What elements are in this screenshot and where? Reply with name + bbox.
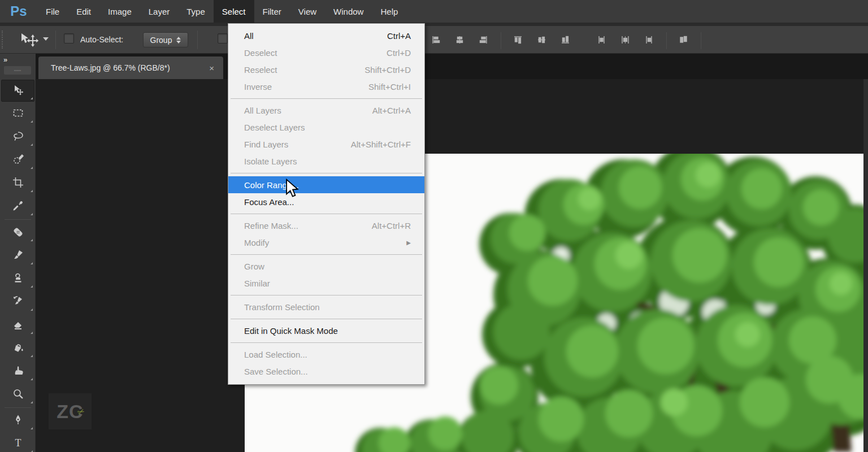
align-bottom-edges-icon (561, 35, 570, 47)
pen-tool-button[interactable] (0, 409, 36, 432)
distribute-right-edges-button[interactable] (640, 33, 657, 49)
tool-preset-caret-icon[interactable] (43, 37, 49, 41)
clone-stamp-tool-icon (12, 272, 24, 286)
menu-item-shortcut: Shift+Ctrl+I (368, 82, 411, 92)
menu-item-label: Isolate Layers (244, 157, 297, 166)
align-bottom-edges-button[interactable] (557, 33, 574, 49)
menu-item-all[interactable]: AllCtrl+A (228, 27, 424, 44)
menu-item-grow: Grow (228, 258, 424, 275)
menu-item-label: Load Selection... (244, 350, 307, 359)
eraser-tool-icon (12, 318, 24, 333)
distribute-left-edges-button[interactable] (593, 33, 610, 49)
options-bar: Auto-Select: Group (0, 23, 868, 54)
menu-item-load-selection: Load Selection... (228, 346, 424, 363)
eyedropper-tool-icon (12, 199, 24, 214)
menu-item-label: Inverse (244, 82, 272, 92)
type-tool-button[interactable]: T (0, 432, 36, 452)
smudge-tool-button[interactable] (0, 360, 36, 383)
align-left-edges-icon (431, 35, 441, 47)
brush-tool-button[interactable] (0, 244, 36, 267)
menubar-item-image[interactable]: Image (99, 0, 140, 23)
updown-caret-icon (176, 37, 181, 44)
menu-separator (228, 315, 424, 322)
clone-stamp-tool-button[interactable] (0, 267, 36, 290)
distribute-horizontal-centers-button[interactable] (617, 33, 633, 49)
menubar-item-help[interactable]: Help (372, 0, 406, 23)
menu-separator (228, 339, 424, 346)
quick-selection-tool-button[interactable] (0, 149, 36, 172)
menu-item-shortcut: Alt+Ctrl+R (372, 221, 411, 231)
menu-separator (228, 210, 424, 217)
brush-tool-icon (12, 249, 24, 263)
menu-separator (228, 169, 424, 176)
crop-tool-button[interactable] (0, 172, 36, 195)
crop-tool-icon (12, 176, 24, 191)
menu-item-all-layers: All LayersAlt+Ctrl+A (228, 102, 424, 119)
menu-item-save-selection: Save Selection... (228, 363, 424, 380)
show-transform-controls-checkbox[interactable] (218, 33, 228, 44)
alignment-buttons (427, 32, 709, 50)
menu-item-label: Reselect (244, 65, 277, 75)
eyedropper-tool-button[interactable] (0, 195, 36, 218)
lasso-tool-icon (12, 130, 24, 145)
align-top-edges-button[interactable] (509, 33, 526, 49)
menu-item-modify: Modify▶ (228, 234, 424, 251)
spot-healing-brush-tool-button[interactable] (0, 221, 36, 244)
menubar-item-window[interactable]: Window (325, 0, 372, 23)
menu-item-deselect: DeselectCtrl+D (228, 44, 424, 61)
menu-item-isolate-layers: Isolate Layers (228, 153, 424, 169)
select-dropdown-menu: AllCtrl+ADeselectCtrl+DReselectShift+Ctr… (228, 23, 425, 385)
align-right-edges-button[interactable] (475, 33, 492, 49)
separator (701, 32, 701, 49)
history-brush-tool-icon (12, 295, 24, 310)
close-tab-icon[interactable]: × (207, 62, 216, 74)
menubar-item-type[interactable]: Type (178, 0, 214, 23)
zoom-tool-button[interactable] (0, 383, 36, 406)
menu-item-focus-area[interactable]: Focus Area... (228, 193, 424, 210)
photoshop-window: ZC ✂ Ps FileEditImageLayerTypeSelectFilt… (0, 0, 868, 452)
align-vertical-centers-button[interactable] (533, 33, 550, 49)
document-tab[interactable]: Tree-Laws.jpg @ 66.7% (RGB/8*) × (38, 56, 223, 79)
menu-item-shortcut: Alt+Shift+Ctrl+F (351, 140, 411, 149)
menubar-item-edit[interactable]: Edit (68, 0, 99, 23)
auto-select-checkbox[interactable] (64, 33, 74, 44)
separator (5, 407, 31, 408)
menu-separator (228, 292, 424, 298)
collapse-panel-chevrons-icon[interactable]: » (3, 55, 7, 64)
menu-item-reselect: ReselectShift+Ctrl+D (228, 61, 424, 78)
menubar-item-layer[interactable]: Layer (140, 0, 179, 23)
menu-item-color-range[interactable]: Color Range... (228, 176, 424, 193)
align-vertical-centers-icon (537, 35, 546, 47)
spot-healing-brush-tool-icon (12, 225, 24, 240)
menu-item-label: Find Layers (244, 140, 288, 149)
separator (5, 219, 31, 220)
move-tool-button[interactable] (0, 79, 36, 102)
menubar-item-filter[interactable]: Filter (254, 0, 290, 23)
zc-watermark: ZC ✂ (49, 393, 92, 429)
menu-item-find-layers: Find LayersAlt+Shift+Ctrl+F (228, 136, 424, 153)
menu-item-label: Deselect (244, 48, 277, 58)
align-horizontal-centers-button[interactable] (451, 33, 468, 49)
menu-item-edit-in-quick-mask-mode[interactable]: Edit in Quick Mask Mode (228, 322, 424, 339)
menu-item-transform-selection: Transform Selection (228, 298, 424, 315)
svg-text:T: T (15, 437, 21, 449)
menu-item-label: All (244, 31, 254, 41)
separator (666, 32, 667, 49)
eraser-tool-button[interactable] (0, 314, 36, 337)
align-top-edges-icon (513, 35, 523, 47)
mouse-cursor (285, 179, 300, 199)
menu-item-label: Transform Selection (244, 302, 320, 312)
menu-item-label: Modify (244, 238, 269, 247)
menubar-item-select[interactable]: Select (214, 0, 254, 23)
menubar-item-file[interactable]: File (37, 0, 68, 23)
menu-item-inverse: InverseShift+Ctrl+I (228, 78, 424, 95)
tools-panel-header: » ▪▪▪▪▪ (0, 54, 36, 79)
auto-align-layers-button[interactable] (675, 33, 692, 49)
menubar-item-view[interactable]: View (290, 0, 325, 23)
auto-select-group-dropdown[interactable]: Group (143, 32, 188, 47)
lasso-tool-button[interactable] (0, 125, 36, 149)
rectangular-marquee-tool-button[interactable] (0, 102, 36, 125)
align-left-edges-button[interactable] (427, 33, 444, 49)
history-brush-tool-button[interactable] (0, 290, 36, 314)
paint-bucket-tool-button[interactable] (0, 337, 36, 360)
